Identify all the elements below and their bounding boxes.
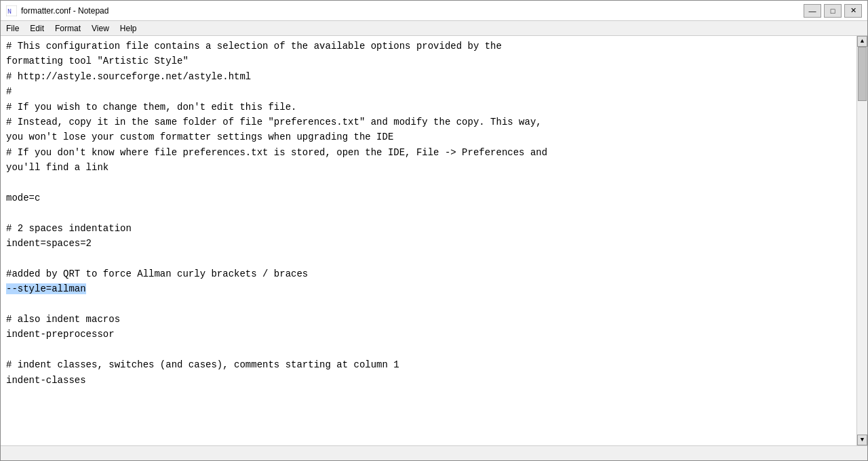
text-line: # also indent macros — [6, 314, 120, 325]
text-line: you'll find a link — [6, 162, 108, 173]
text-line: you won't lose your custom formatter set… — [6, 132, 393, 142]
menu-bar: File Edit Format View Help — [1, 21, 867, 36]
text-line: indent=spaces=2 — [6, 238, 92, 249]
text-line: indent-preprocessor — [6, 329, 115, 340]
app-icon: N — [6, 5, 17, 16]
text-line: # If you wish to change them, don't edit… — [6, 102, 296, 113]
minimize-button[interactable]: — — [804, 4, 821, 18]
text-line: indent-classes — [6, 375, 86, 386]
scroll-down-button[interactable]: ▼ — [857, 435, 867, 445]
main-window: N formatter.conf - Notepad — □ ✕ File Ed… — [0, 0, 868, 461]
text-line: # indent classes, switches (and cases), … — [6, 359, 399, 370]
title-bar: N formatter.conf - Notepad — □ ✕ — [1, 1, 867, 21]
window-controls: — □ ✕ — [804, 4, 862, 18]
scrollbar-thumb[interactable] — [858, 47, 867, 101]
text-line: formatting tool "Artistic Style" — [6, 56, 189, 66]
text-editor[interactable]: # This configuration file contains a sel… — [1, 36, 856, 445]
content-area: # This configuration file contains a sel… — [1, 36, 867, 445]
text-line: # If you don't know where file preferenc… — [6, 147, 547, 158]
text-line: # — [6, 86, 12, 97]
scrollbar-track[interactable] — [857, 47, 867, 435]
menu-edit[interactable]: Edit — [24, 21, 50, 35]
text-line: mode=c — [6, 193, 40, 203]
window-title: formatter.conf - Notepad — [21, 6, 108, 16]
text-line: #added by QRT to force Allman curly brac… — [6, 268, 308, 279]
menu-file[interactable]: File — [1, 21, 24, 35]
status-bar — [1, 445, 867, 460]
text-line: # http://astyle.sourceforge.net/astyle.h… — [6, 71, 251, 82]
text-line: # 2 spaces indentation — [6, 223, 132, 234]
text-line: # This configuration file contains a sel… — [6, 41, 502, 52]
maximize-button[interactable]: □ — [824, 4, 842, 18]
menu-view[interactable]: View — [86, 21, 115, 35]
title-bar-left: N formatter.conf - Notepad — [6, 5, 108, 16]
vertical-scrollbar[interactable]: ▲ ▼ — [856, 36, 867, 445]
svg-text:N: N — [7, 8, 12, 16]
text-line: --style=allman — [6, 283, 86, 294]
menu-format[interactable]: Format — [50, 21, 86, 35]
menu-help[interactable]: Help — [115, 21, 142, 35]
close-button[interactable]: ✕ — [844, 4, 862, 18]
scroll-up-button[interactable]: ▲ — [857, 36, 867, 47]
text-line: # Instead, copy it in the same folder of… — [6, 117, 542, 127]
